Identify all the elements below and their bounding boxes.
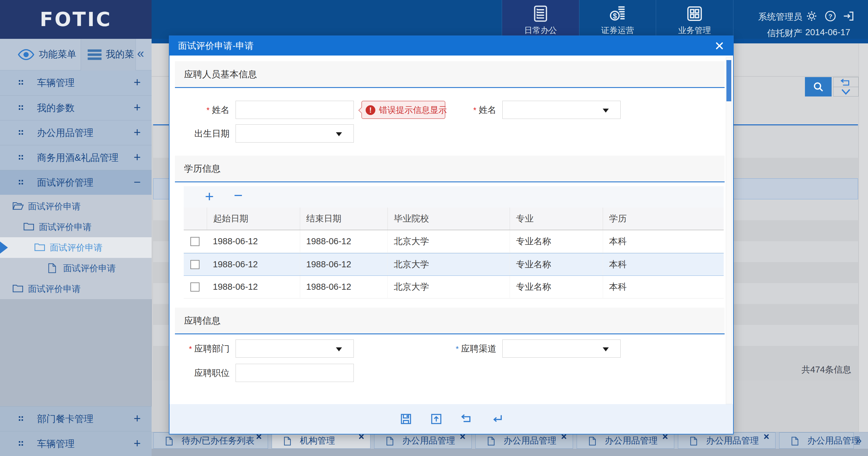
submenu-item-label: 面试评价申请 <box>28 279 81 299</box>
sidebar-header: 功能菜单 我的菜单 « <box>0 39 152 70</box>
sidebar-item-vehicle-2[interactable]: 车辆管理 + <box>0 431 152 456</box>
tab-label: 机构管理 <box>300 433 335 449</box>
sidebar-tab-mine[interactable]: 我的菜单 <box>81 39 136 70</box>
bottom-tab-task-list[interactable]: 待办/已办任务列表 <box>153 432 268 449</box>
tab-label: 办公用品管理 <box>402 433 455 449</box>
row-checkbox[interactable] <box>190 282 199 291</box>
section-title: 应聘信息 <box>184 308 220 334</box>
scrollbar-thumb[interactable] <box>726 60 731 101</box>
bottom-tab-office-supplies[interactable]: 办公用品管理 <box>577 432 674 449</box>
submenu-item-interview-request-selected[interactable]: 面试评价申请 <box>0 237 152 258</box>
nav-item-daily-office[interactable]: 日常办公 <box>502 0 579 39</box>
drag-dots-icon <box>19 154 26 161</box>
sidebar-item-my-params[interactable]: 我的参数 + <box>0 95 152 120</box>
submenu-item-interview-request[interactable]: 面试评价申请 <box>0 217 152 237</box>
close-icon[interactable] <box>764 434 769 439</box>
sidebar-item-label: 我的参数 <box>37 95 74 120</box>
logo-block: FOTIC <box>0 0 152 39</box>
tooltip-arrow <box>359 107 365 113</box>
expand-plus-icon[interactable]: + <box>134 406 141 430</box>
field-label-name: *姓名 <box>169 101 229 119</box>
submenu-item-interview-request[interactable]: 面试评价申请 <box>0 196 152 217</box>
expand-plus-icon[interactable]: + <box>134 431 141 455</box>
dialog-scrollbar[interactable] <box>726 57 732 404</box>
sidebar-tab-function[interactable]: 功能菜单 <box>39 39 76 70</box>
error-tooltip: ! 错误提示信息显示 <box>362 101 445 119</box>
close-icon[interactable] <box>359 434 364 439</box>
search-options-button[interactable] <box>833 77 859 96</box>
bottom-tab-office-supplies[interactable]: 办公用品管理 <box>678 432 776 449</box>
tab-label: 办公用品管理 <box>807 433 860 449</box>
column-header: 毕业院校 <box>388 207 509 230</box>
file-icon <box>487 436 495 446</box>
name-input[interactable] <box>236 101 354 119</box>
birth-select[interactable] <box>236 124 354 143</box>
expand-plus-icon[interactable]: + <box>134 70 141 94</box>
table-row[interactable]: 1988-06-12 1988-06-12 北京大学 专业名称 本科 <box>184 230 724 253</box>
collapse-minus-icon[interactable]: − <box>134 170 141 194</box>
svg-text:?: ? <box>829 13 833 20</box>
bottom-tab-office-supplies[interactable]: 办公用品管理 <box>779 432 854 449</box>
search-icon <box>812 81 824 93</box>
dialog-close-icon[interactable] <box>715 42 723 50</box>
folder-icon <box>34 243 45 252</box>
close-icon[interactable] <box>561 434 567 439</box>
bottom-tab-office-supplies[interactable]: 办公用品管理 <box>374 432 472 449</box>
sidebar-item-label: 车辆管理 <box>37 431 74 456</box>
enter-icon[interactable] <box>491 413 503 425</box>
row-checkbox[interactable] <box>190 237 199 246</box>
close-icon[interactable] <box>460 434 465 439</box>
sidebar-item-office-supplies[interactable]: 办公用品管理 + <box>0 120 152 145</box>
sidebar-item-meal-card[interactable]: 部门餐卡管理 + <box>0 406 152 431</box>
position-input[interactable] <box>236 364 354 382</box>
table-row[interactable]: 1988-06-12 1988-06-12 北京大学 专业名称 本科 <box>184 276 724 298</box>
submenu-item-interview-request[interactable]: 面试评价申请 <box>0 258 152 279</box>
cell: 北京大学 <box>388 230 509 252</box>
column-header: 结束日期 <box>300 207 388 230</box>
nav-label: 业务管理 <box>678 25 711 36</box>
required-marker: * <box>189 344 192 353</box>
section-title: 应聘人员基本信息 <box>184 61 257 87</box>
cell: 专业名称 <box>509 230 603 252</box>
expand-plus-icon[interactable]: + <box>134 145 141 169</box>
folder-icon <box>12 284 24 293</box>
logout-icon[interactable] <box>842 10 855 23</box>
name-select[interactable] <box>502 101 621 119</box>
content-right-strip <box>859 44 868 432</box>
sidebar-collapse-button[interactable]: « <box>137 39 144 68</box>
expand-plus-icon[interactable]: + <box>134 95 141 119</box>
gear-icon[interactable] <box>805 10 818 23</box>
close-icon[interactable] <box>256 434 261 439</box>
bottom-tab-office-supplies[interactable]: 办公用品管理 <box>475 432 573 449</box>
search-button[interactable] <box>805 77 832 96</box>
row-checkbox[interactable] <box>190 260 199 269</box>
required-marker: * <box>456 344 459 353</box>
nav-item-business[interactable]: 业务管理 <box>656 0 733 39</box>
application-window: FOTIC 日常办公 $ 证券运营 业务管理 系统管理员 ? 信托财产 2014… <box>0 0 868 456</box>
nav-label: 证券运营 <box>601 25 634 36</box>
expand-plus-icon[interactable]: + <box>134 120 141 144</box>
nav-item-securities[interactable]: $ 证券运营 <box>579 0 656 39</box>
table-row-selected[interactable]: 1988-06-12 1988-06-12 北京大学 专业名称 本科 <box>184 253 724 276</box>
dept-select[interactable] <box>236 340 354 358</box>
tab-overflow-chevron[interactable]: » <box>856 432 862 449</box>
add-row-button[interactable]: + <box>205 186 214 206</box>
save-icon[interactable] <box>400 413 412 425</box>
drag-dots-icon <box>19 130 26 136</box>
sidebar-item-business-wine[interactable]: 商务用酒&礼品管理 + <box>0 145 152 170</box>
undo-icon[interactable] <box>461 413 473 425</box>
close-icon[interactable] <box>662 434 668 439</box>
channel-select[interactable] <box>502 340 621 358</box>
bottom-strip <box>152 449 868 456</box>
file-icon <box>165 436 173 446</box>
sidebar-item-interview-management[interactable]: 面试评价管理 − <box>0 170 152 195</box>
upload-icon[interactable] <box>430 413 442 425</box>
remove-row-button[interactable]: − <box>234 186 243 204</box>
submenu-item-interview-request[interactable]: 面试评价申请 <box>0 279 152 299</box>
help-icon[interactable]: ? <box>824 10 837 23</box>
dialog-header[interactable]: 面试评价申请-申请 <box>169 36 733 56</box>
tab-label: 办公用品管理 <box>706 433 759 449</box>
field-label-birth: 出生日期 <box>169 124 229 143</box>
sidebar-item-vehicle[interactable]: 车辆管理 + <box>0 70 152 95</box>
bottom-tab-org-management[interactable]: 机构管理 <box>272 432 371 449</box>
